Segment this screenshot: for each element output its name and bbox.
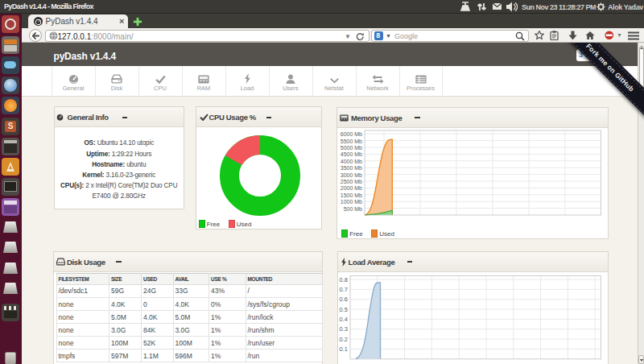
svg-text:0.2: 0.2 (340, 336, 348, 343)
svg-text:5500 Mb: 5500 Mb (341, 139, 362, 144)
svg-text:5000 Mb: 5000 Mb (341, 145, 362, 151)
svg-text:0.3: 0.3 (340, 325, 348, 333)
svg-text:3500 Mb: 3500 Mb (341, 165, 362, 171)
svg-text:4000 Mb: 4000 Mb (341, 159, 362, 164)
svg-text:2000 Mb: 2000 Mb (341, 185, 362, 191)
svg-text:500 Mb: 500 Mb (344, 206, 362, 212)
svg-text:0.4: 0.4 (340, 316, 348, 323)
svg-text:3000 Mb: 3000 Mb (341, 172, 362, 178)
svg-text:1000 Mb: 1000 Mb (341, 199, 362, 205)
svg-text:0.5: 0.5 (340, 306, 348, 313)
svg-text:2500 Mb: 2500 Mb (341, 179, 362, 184)
svg-text:0.6: 0.6 (340, 296, 348, 303)
svg-text:4500 Mb: 4500 Mb (341, 151, 362, 157)
svg-text:1500 Mb: 1500 Mb (341, 192, 362, 198)
svg-text:0.8: 0.8 (340, 276, 348, 283)
svg-text:0.7: 0.7 (340, 286, 348, 293)
svg-text:6000 Mb: 6000 Mb (341, 131, 362, 137)
svg-text:0.1: 0.1 (340, 345, 348, 353)
